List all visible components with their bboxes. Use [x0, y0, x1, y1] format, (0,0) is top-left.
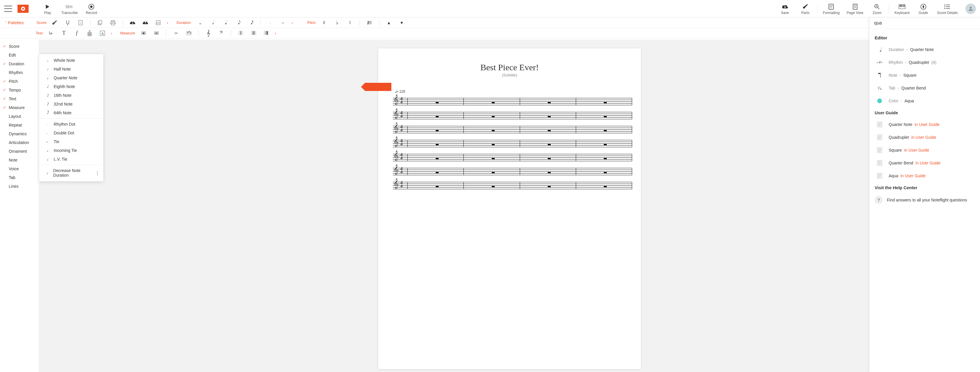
save-button[interactable]: Save: [778, 3, 792, 15]
natural-icon[interactable]: ♮: [347, 19, 353, 26]
staff[interactable]: 𝄞44: [387, 138, 632, 150]
tuning-fork-icon[interactable]: [65, 19, 71, 26]
submenu-double-dot[interactable]: ··Double Dot: [39, 128, 103, 137]
guide-result-square[interactable]: Square in User Guide: [875, 144, 975, 157]
palette-category-pitch[interactable]: Pitch: [0, 77, 39, 86]
submenu-l.v.-tie[interactable]: 𝅘𝅥L.V. Tie: [39, 155, 103, 163]
palette-category-ornament[interactable]: Ornament: [0, 147, 39, 156]
remove-measure-icon[interactable]: [153, 30, 160, 36]
submenu-rhythm-dot[interactable]: ·Rhythm Dot: [39, 120, 103, 128]
eighth-note-icon[interactable]: 𝅘𝅥𝅮: [235, 19, 241, 26]
chevron-right-icon[interactable]: ›: [275, 31, 276, 36]
palette-category-text[interactable]: Text: [0, 95, 39, 103]
palettes-toggle[interactable]: ˄ Palettes: [5, 20, 24, 25]
enharmonic-icon[interactable]: [366, 19, 373, 26]
palette-category-duration[interactable]: Duration: [0, 60, 39, 68]
guide-button[interactable]: Guide: [917, 3, 930, 15]
text-T-icon[interactable]: T: [61, 30, 67, 36]
add-measure-icon[interactable]: [140, 30, 147, 36]
zoom-button[interactable]: Zoom: [870, 3, 884, 15]
staff[interactable]: 𝄞44: [387, 96, 632, 108]
palette-category-voice[interactable]: Voice: [0, 165, 39, 173]
time-signature[interactable]: 44: [400, 181, 403, 188]
sharp-icon[interactable]: ♯: [321, 19, 328, 26]
help-center-link[interactable]: ? Find answers to all your Noteflight qu…: [875, 193, 975, 207]
half-note-icon[interactable]: 𝅗𝅥: [209, 19, 215, 26]
palette-category-repeat[interactable]: Repeat: [0, 121, 39, 130]
instrument-icon[interactable]: [52, 19, 58, 26]
chevron-right-icon[interactable]: ›: [291, 21, 293, 25]
submenu-quarter-note[interactable]: 𝅘𝅥Quarter Note: [39, 73, 103, 82]
keyboard-button[interactable]: Keyboard: [894, 3, 909, 15]
guide-result-aqua[interactable]: Aqua in User Guide: [875, 169, 975, 182]
chevron-right-icon[interactable]: ›: [167, 21, 168, 25]
keysig-icon[interactable]: ♯♯♯: [186, 30, 192, 36]
tie-icon[interactable]: ⌣: [280, 19, 286, 26]
time-signature[interactable]: 44: [400, 125, 403, 132]
search-result-aqua[interactable]: Color›Aqua: [875, 95, 975, 107]
lyrics-icon[interactable]: la-: [48, 30, 54, 36]
chord-grid-icon[interactable]: D: [86, 30, 93, 36]
quarter-note-icon[interactable]: 𝅘𝅥: [222, 19, 228, 26]
score-subtitle[interactable]: (Subtitle): [387, 73, 632, 77]
search-input[interactable]: [874, 21, 975, 26]
cloud-up-icon[interactable]: [142, 19, 148, 26]
submenu-64th-note[interactable]: 𝅘𝅥𝅱64th Note: [39, 108, 103, 117]
submenu-tie[interactable]: ⌣Tie: [39, 137, 103, 146]
palette-category-tempo[interactable]: Tempo: [0, 86, 39, 95]
record-button[interactable]: Record: [84, 3, 98, 15]
play-button[interactable]: Play: [41, 3, 54, 15]
flat-icon[interactable]: ♭: [334, 19, 340, 26]
search-result-quarter-bend[interactable]: ¹⁄₄Tab›Quarter Bend: [875, 82, 975, 95]
palette-category-tab[interactable]: Tab: [0, 173, 39, 182]
cloud-down-icon[interactable]: [129, 19, 136, 26]
staff[interactable]: 𝄞44: [387, 123, 632, 136]
barline-icon[interactable]: [237, 30, 244, 36]
palette-category-articulation[interactable]: Articulation: [0, 138, 39, 147]
bass-clef-icon[interactable]: 𝄢: [218, 30, 224, 36]
part-marker[interactable]: [365, 83, 391, 91]
embed-icon[interactable]: </>: [155, 19, 161, 26]
chevron-right-icon[interactable]: ›: [111, 31, 112, 36]
time-signature[interactable]: 44: [400, 167, 403, 174]
submenu-decrease-note-duration[interactable]: 𝅘𝅥Decrease Note Duration[: [39, 166, 103, 180]
print-icon[interactable]: [110, 19, 116, 26]
formatting-button[interactable]: Formatting: [823, 3, 840, 15]
timesig-34-icon[interactable]: 34: [173, 30, 179, 36]
palette-category-edit[interactable]: Edit: [0, 51, 39, 60]
app-logo[interactable]: [18, 5, 29, 13]
time-signature[interactable]: 44: [400, 139, 403, 146]
palette-category-dynamics[interactable]: Dynamics: [0, 130, 39, 138]
submenu-16th-note[interactable]: 𝅘𝅥𝅯16th Note: [39, 91, 103, 100]
score-title[interactable]: Best Piece Ever!: [387, 62, 632, 72]
final-barline-icon[interactable]: [263, 30, 270, 36]
copy-icon[interactable]: [97, 19, 103, 26]
staff[interactable]: 𝄞44: [387, 152, 632, 165]
palette-category-lines[interactable]: Lines: [0, 182, 39, 191]
time-signature[interactable]: 44: [400, 153, 403, 160]
palette-category-layout[interactable]: Layout: [0, 112, 39, 121]
user-avatar[interactable]: [966, 3, 976, 14]
submenu-32nd-note[interactable]: 𝅘𝅥𝅰32nd Note: [39, 100, 103, 108]
score-viewport[interactable]: Best Piece Ever! (Subtitle) 𝅘𝅥 = 120 𝄞44…: [39, 40, 980, 372]
palette-category-note[interactable]: Note: [0, 156, 39, 165]
whole-note-icon[interactable]: 𝅝: [196, 19, 202, 26]
guide-result-quarter-bend[interactable]: Quarter Bend in User Guide: [875, 157, 975, 169]
palette-category-rhythm[interactable]: Rhythm: [0, 68, 39, 77]
dot-icon[interactable]: ·: [267, 19, 274, 26]
transcribe-button[interactable]: Transcribe: [61, 3, 78, 15]
submenu-half-note[interactable]: 𝅗𝅥Half Note: [39, 65, 103, 73]
tempo-marking[interactable]: 𝅘𝅥 = 120: [395, 89, 632, 94]
submenu-incoming-tie[interactable]: 𝅘𝅥Incoming Tie: [39, 146, 103, 155]
text-box-icon[interactable]: A: [99, 30, 106, 36]
search-result-quarter-note[interactable]: 𝅘𝅥Duration›Quarter Note: [875, 43, 975, 56]
time-signature[interactable]: 44: [400, 111, 403, 118]
dynamic-f-icon[interactable]: f: [73, 30, 80, 36]
scoredetails-button[interactable]: Score Details: [937, 3, 958, 15]
search-result-square[interactable]: Note›Square: [875, 69, 975, 82]
parts-button[interactable]: Parts: [799, 3, 812, 15]
staff[interactable]: 𝄞44: [387, 166, 632, 179]
pitch-down-icon[interactable]: ▼: [399, 19, 405, 26]
guide-result-quadruplet[interactable]: Quadruplet in User Guide: [875, 131, 975, 144]
time-signature[interactable]: 44: [400, 97, 403, 104]
